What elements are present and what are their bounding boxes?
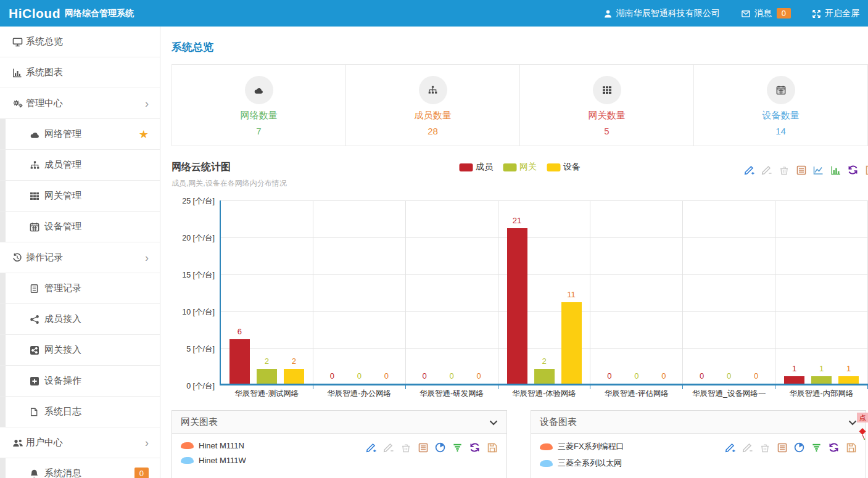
sidebar-item[interactable]: 网关接入	[0, 335, 160, 366]
user-icon	[603, 9, 613, 19]
edit-remove-icon[interactable]	[741, 441, 754, 454]
y-axis-label: 25 [个/台]	[172, 196, 215, 207]
panel-toolbox	[365, 441, 498, 454]
y-axis-label: 0 [个/台]	[172, 381, 215, 392]
bar-value-label: 0	[357, 371, 362, 381]
pie-chart-icon[interactable]	[793, 441, 806, 454]
sidebar-item[interactable]: 管理记录	[0, 273, 160, 304]
sidebar-item[interactable]: 操作记录›	[0, 242, 160, 273]
funnel-icon[interactable]	[810, 441, 823, 454]
edit-add-icon[interactable]	[724, 441, 737, 454]
sidebar-item[interactable]: 设备管理	[0, 212, 160, 242]
sidebar-item[interactable]: 成员管理	[0, 150, 160, 181]
floating-tag-button[interactable]: 点	[857, 413, 868, 422]
sidebar-item-label: 系统图表	[26, 67, 63, 78]
chevron-down-icon	[848, 417, 857, 427]
cloud-icon	[30, 129, 44, 139]
bar-value-label: 0	[384, 371, 389, 381]
bar-group-item: 2	[284, 356, 304, 384]
chart-category-column: 000华辰智通_设备网络一	[683, 200, 775, 384]
restore-icon[interactable]	[846, 163, 859, 176]
funnel-icon[interactable]	[451, 441, 464, 454]
bar	[561, 302, 582, 384]
x-axis-label: 华辰智通-办公网络	[313, 389, 405, 399]
sidebar-item[interactable]: 系统总览	[0, 27, 160, 57]
edit-remove-icon[interactable]	[382, 441, 395, 454]
stat-card-label: 网关数量	[589, 110, 626, 122]
messages-button[interactable]: 消息 0	[741, 8, 791, 19]
sidebar-item[interactable]: 成员接入	[0, 304, 160, 335]
clear-icon[interactable]	[758, 441, 771, 454]
x-axis-label: 华辰智通-研发网络	[406, 389, 498, 399]
bar-group-item: 0	[719, 371, 739, 384]
save-icon[interactable]	[486, 441, 498, 454]
fullscreen-button[interactable]: 开启全屏	[812, 8, 859, 19]
sidebar-item[interactable]: 用户中心›	[0, 427, 160, 458]
sidebar-item[interactable]: 网络管理★	[0, 119, 160, 150]
chart-header: 网络云统计图 成员,网关,设备在各网络内分布情况 成员网关设备	[172, 161, 868, 194]
bar-group-item: 0	[322, 371, 342, 384]
bar-value-label: 2	[265, 356, 269, 366]
bar-group-item: 0	[653, 371, 674, 384]
sidebar-item-label: 管理中心	[26, 97, 63, 109]
sidebar-item[interactable]: 管理中心›	[0, 88, 160, 119]
bar	[284, 369, 304, 384]
bar-value-label: 21	[513, 216, 521, 225]
sidebar-item[interactable]: 系统消息0	[0, 458, 160, 478]
legend-label: Hinet M111N	[199, 441, 244, 450]
data-view-icon[interactable]	[775, 441, 788, 454]
chart-category-column: 000华辰智通-办公网络	[313, 200, 406, 384]
data-view-icon[interactable]	[416, 441, 429, 454]
restore-icon[interactable]	[468, 441, 481, 454]
legend-item[interactable]: Hinet M111W	[181, 456, 498, 465]
ribbon-icon[interactable]	[858, 427, 867, 442]
bar-value-label: 0	[607, 371, 611, 381]
chevron-down-icon	[489, 417, 498, 427]
line-chart-icon[interactable]	[812, 163, 825, 176]
edit-add-icon[interactable]	[365, 441, 378, 454]
panel-header[interactable]: 网关图表	[172, 411, 506, 434]
y-axis-label: 10 [个/台]	[172, 307, 215, 318]
sidebar-item-label: 操作记录	[26, 252, 63, 263]
y-axis-label: 5 [个/台]	[172, 344, 215, 355]
bar	[229, 339, 250, 384]
legend-label: 三菱FX系列编程口	[558, 441, 624, 452]
legend-label: 设备	[563, 162, 581, 173]
sidebar-item[interactable]: 系统日志	[0, 397, 160, 427]
clear-icon[interactable]	[399, 441, 412, 454]
data-view-icon[interactable]	[795, 163, 808, 176]
sidebar: 系统总览系统图表管理中心›网络管理★成员管理网关管理设备管理操作记录›管理记录成…	[0, 27, 160, 478]
bar-group-item: 1	[784, 364, 804, 384]
chart-legend: 成员网关设备	[459, 162, 581, 173]
legend-item[interactable]: 设备	[547, 162, 581, 173]
restore-icon[interactable]	[827, 441, 840, 454]
sidebar-item[interactable]: 系统图表	[0, 57, 160, 88]
favorite-star-icon[interactable]: ★	[139, 128, 149, 141]
bar-group-item: 21	[507, 216, 527, 384]
sidebar-item[interactable]: 设备操作	[0, 366, 160, 397]
pie-chart-icon[interactable]	[434, 441, 447, 454]
panel-toolbox	[724, 441, 858, 454]
edit-remove-icon[interactable]	[760, 163, 773, 176]
legend-item[interactable]: 三菱全系列以太网	[540, 458, 857, 469]
chevron-right-icon: ›	[145, 437, 149, 448]
messages-label: 消息	[754, 8, 772, 19]
panel-header[interactable]: 设备图表	[531, 411, 866, 434]
legend-item[interactable]: 网关	[503, 162, 537, 173]
users-icon	[12, 437, 26, 448]
sidebar-item[interactable]: 网关管理	[0, 181, 160, 212]
grid-icon	[602, 84, 612, 96]
bar	[534, 369, 555, 384]
stats-overview-box: 网络数量7成员数量28网关数量5设备数量14	[172, 64, 868, 146]
legend-item[interactable]: 成员	[459, 162, 493, 173]
panel-body: 三菱FX系列编程口三菱全系列以太网	[531, 434, 866, 478]
edit-add-icon[interactable]	[743, 163, 756, 176]
stat-card: 网络数量7	[172, 65, 346, 146]
save-icon[interactable]	[845, 441, 858, 454]
bar-chart-icon[interactable]	[829, 163, 842, 176]
clear-icon[interactable]	[777, 163, 790, 176]
stat-card: 网关数量5	[520, 65, 694, 146]
save-icon[interactable]	[864, 163, 868, 176]
account-menu[interactable]: 湖南华辰智通科技有限公司	[603, 8, 720, 19]
bar-group-item: 0	[415, 371, 435, 384]
